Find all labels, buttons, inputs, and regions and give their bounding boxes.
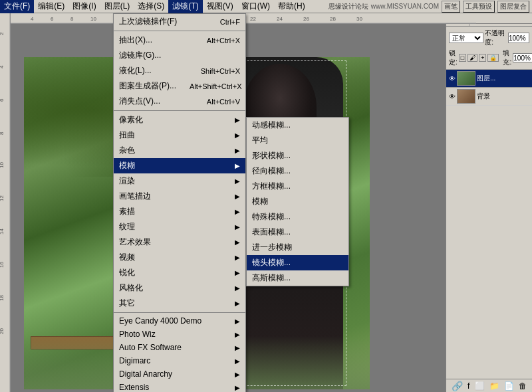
layers-panel: 图层 通 路 正常 不透明度: 锁定: □ 🖌 + 🔒 填充: 👁 图层... … bbox=[446, 13, 532, 392]
filter-artistic[interactable]: 艺术效果 ▶ bbox=[114, 235, 245, 250]
menubar-file[interactable]: 文件(F) bbox=[0, 0, 34, 13]
filter-noise[interactable]: 杂色 ▶ bbox=[114, 143, 245, 158]
layer-name-2: 背景 bbox=[477, 92, 490, 101]
filter-texture[interactable]: 纹理 ▶ bbox=[114, 219, 245, 235]
filter-photowiz[interactable]: Photo Wiz ▶ bbox=[114, 328, 245, 341]
ruler-vertical: 2 4 6 8 10 12 14 16 18 20 bbox=[0, 13, 11, 392]
layer-thumb-2 bbox=[457, 89, 475, 104]
filter-autofx[interactable]: Auto FX Software ▶ bbox=[114, 341, 245, 354]
new-group-btn[interactable]: 📁 bbox=[489, 381, 499, 391]
svg-text:6: 6 bbox=[51, 16, 54, 22]
site-url: www.MISSYUAN.COM bbox=[371, 3, 439, 10]
svg-text:16: 16 bbox=[0, 262, 5, 268]
filter-distort[interactable]: 扭曲 ▶ bbox=[114, 128, 245, 143]
blur-gaussian[interactable]: 高斯模糊... bbox=[247, 270, 348, 286]
blur-average[interactable]: 平均 bbox=[247, 133, 348, 148]
filter-digimarc[interactable]: Digimarc ▶ bbox=[114, 354, 245, 367]
layer-name-1: 图层... bbox=[477, 74, 495, 83]
blend-mode-select[interactable]: 正常 bbox=[449, 33, 483, 43]
blur-more[interactable]: 进一步模糊 bbox=[247, 240, 348, 255]
filter-blur[interactable]: 模糊 ▶ bbox=[114, 158, 245, 173]
filter-sketch[interactable]: 素描 ▶ bbox=[114, 204, 245, 219]
site-label: 思缘设计论坛 bbox=[329, 2, 368, 11]
svg-text:18: 18 bbox=[0, 295, 5, 301]
svg-text:26: 26 bbox=[303, 16, 309, 22]
filter-sharpen[interactable]: 锐化 ▶ bbox=[114, 265, 245, 280]
layer-row-1[interactable]: 👁 图层... bbox=[446, 70, 532, 88]
blur-submenu: 动感模糊... 平均 形状模糊... 径向模糊... 方框模糊... 模糊 特殊… bbox=[246, 117, 349, 286]
delete-layer-btn[interactable]: 🗑 bbox=[519, 381, 527, 391]
filter-menu: 上次滤镜操作(F) Ctrl+F 抽出(X)... Alt+Ctrl+X 滤镜库… bbox=[113, 13, 246, 392]
svg-text:12: 12 bbox=[0, 195, 5, 201]
lock-move[interactable]: + bbox=[479, 54, 486, 62]
lock-label: 锁定: bbox=[449, 49, 458, 67]
filter-digitalanarchy[interactable]: Digital Anarchy ▶ bbox=[114, 367, 245, 381]
sep-2 bbox=[114, 110, 245, 111]
menubar-image[interactable]: 图像(I) bbox=[68, 0, 100, 13]
svg-text:2: 2 bbox=[0, 32, 5, 35]
blur-smart[interactable]: 特殊模糊... bbox=[247, 209, 348, 225]
new-layer-btn[interactable]: 📄 bbox=[504, 381, 514, 391]
sep-1 bbox=[114, 31, 245, 31]
filter-brush-strokes[interactable]: 画笔描边 ▶ bbox=[114, 189, 245, 204]
lock-all[interactable]: 🔒 bbox=[487, 54, 499, 62]
svg-text:22: 22 bbox=[250, 16, 256, 22]
filter-extensis[interactable]: Extensis ▶ bbox=[114, 381, 245, 392]
toolbar-btn-brush[interactable]: 画笔 bbox=[442, 1, 460, 13]
svg-text:4: 4 bbox=[31, 16, 34, 22]
add-mask-btn[interactable]: ⬜ bbox=[475, 381, 485, 391]
filter-extract[interactable]: 抽出(X)... Alt+Ctrl+X bbox=[114, 33, 245, 48]
filter-eyecandy[interactable]: Eye Candy 4000 Demo ▶ bbox=[114, 314, 245, 328]
filter-render[interactable]: 渲染 ▶ bbox=[114, 173, 245, 189]
fill-input[interactable] bbox=[513, 53, 532, 62]
blur-surface[interactable]: 表面模糊... bbox=[247, 225, 348, 240]
filter-video[interactable]: 视频 ▶ bbox=[114, 250, 245, 265]
lock-paint[interactable]: 🖌 bbox=[467, 54, 477, 62]
menubar-select[interactable]: 选择(S) bbox=[134, 0, 168, 13]
svg-text:8: 8 bbox=[70, 16, 74, 22]
lock-transparency[interactable]: □ bbox=[459, 54, 466, 62]
toolbar-btn-tools[interactable]: 工具预设 bbox=[463, 1, 495, 13]
blur-motion[interactable]: 动感模糊... bbox=[247, 118, 348, 133]
blur-box[interactable]: 方框模糊... bbox=[247, 179, 348, 194]
svg-text:10: 10 bbox=[0, 162, 5, 168]
svg-text:14: 14 bbox=[0, 229, 5, 235]
menubar-help[interactable]: 帮助(H) bbox=[274, 0, 309, 13]
opacity-input[interactable] bbox=[508, 33, 529, 43]
layer-row-2[interactable]: 👁 背景 bbox=[446, 88, 532, 106]
menubar-window[interactable]: 窗口(W) bbox=[237, 0, 274, 13]
fill-label: 填充: bbox=[503, 49, 511, 67]
filter-vanishing[interactable]: 消失点(V)... Alt+Ctrl+V bbox=[114, 94, 245, 109]
menubar: 文件(F) 编辑(E) 图像(I) 图层(L) 选择(S) 滤镜(T) 视图(V… bbox=[0, 0, 532, 13]
ruler-horizontal: 4 6 8 10 12 14 16 18 20 22 24 26 28 30 bbox=[0, 13, 532, 24]
blur-basic[interactable]: 模糊 bbox=[247, 194, 348, 209]
menubar-edit[interactable]: 编辑(E) bbox=[34, 0, 68, 13]
svg-text:10: 10 bbox=[90, 16, 96, 22]
add-style-btn[interactable]: f bbox=[467, 381, 469, 391]
blur-radial[interactable]: 径向模糊... bbox=[247, 163, 348, 179]
filter-pixelate[interactable]: 像素化 ▶ bbox=[114, 112, 245, 128]
svg-text:6: 6 bbox=[0, 98, 5, 102]
eye-icon-1: 👁 bbox=[449, 75, 456, 82]
menubar-layer[interactable]: 图层(L) bbox=[100, 0, 134, 13]
link-layers-btn[interactable]: 🔗 bbox=[452, 381, 463, 391]
svg-text:20: 20 bbox=[0, 328, 5, 334]
blur-shape[interactable]: 形状模糊... bbox=[247, 148, 348, 163]
blur-lens[interactable]: 镜头模糊... bbox=[247, 255, 348, 270]
layer-thumb-1 bbox=[457, 71, 475, 86]
filter-last[interactable]: 上次滤镜操作(F) Ctrl+F bbox=[114, 14, 245, 29]
svg-text:30: 30 bbox=[356, 16, 362, 22]
filter-liquify[interactable]: 液化(L)... Shift+Ctrl+X bbox=[114, 63, 245, 78]
sep-3 bbox=[114, 312, 245, 313]
opacity-label: 不透明度: bbox=[485, 29, 507, 47]
svg-text:24: 24 bbox=[277, 16, 283, 22]
filter-pattern[interactable]: 图案生成器(P)... Alt+Shift+Ctrl+X bbox=[114, 78, 245, 94]
filter-other[interactable]: 其它 ▶ bbox=[114, 296, 245, 311]
filter-gallery[interactable]: 滤镜库(G)... bbox=[114, 48, 245, 63]
filter-stylize[interactable]: 风格化 ▶ bbox=[114, 280, 245, 296]
svg-text:28: 28 bbox=[330, 16, 336, 22]
menubar-view[interactable]: 视图(V) bbox=[203, 0, 237, 13]
menubar-filter[interactable]: 滤镜(T) bbox=[168, 0, 202, 13]
svg-text:8: 8 bbox=[0, 132, 5, 135]
toolbar-btn-layers[interactable]: 图层复合 bbox=[497, 1, 529, 13]
